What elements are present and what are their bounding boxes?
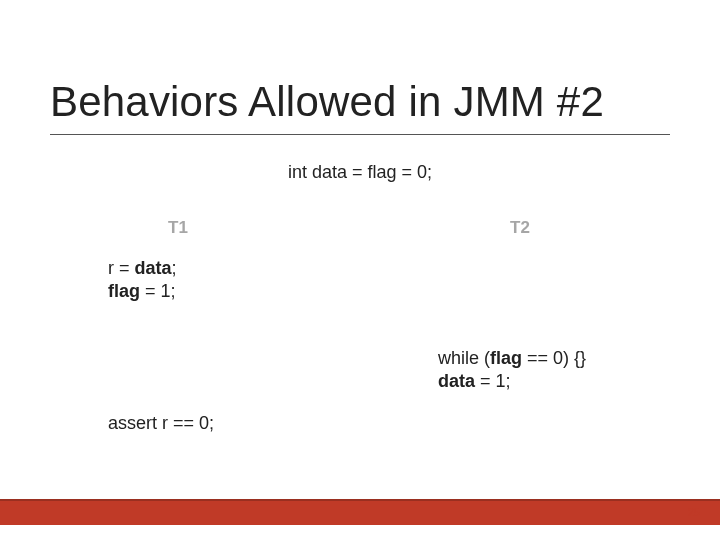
slide: Behaviors Allowed in JMM #2 int data = f… <box>0 0 720 540</box>
title-underline <box>50 134 670 135</box>
page-number: 25 <box>688 506 700 518</box>
t1-l1-c: ; <box>172 258 177 278</box>
thread2-header: T2 <box>510 218 530 238</box>
t2-l1-flag: flag <box>490 348 527 368</box>
t1-l2-b: = 1; <box>145 281 176 301</box>
thread1-header: T1 <box>168 218 188 238</box>
t1-line2: flag = 1; <box>108 280 177 303</box>
t1-line1: r = data; <box>108 257 177 280</box>
assert-code: assert r == 0; <box>108 412 214 435</box>
t2-l1-c: == 0) {} <box>527 348 586 368</box>
t2-l2-b: = 1; <box>480 371 511 391</box>
t2-line2: data = 1; <box>438 370 586 393</box>
init-code: int data = flag = 0; <box>0 162 720 183</box>
t1-l2-flag: flag <box>108 281 145 301</box>
t1-l1-data: data <box>135 258 172 278</box>
footer-band <box>0 499 720 525</box>
thread1-code: r = data; flag = 1; <box>108 257 177 303</box>
t2-line1: while (flag == 0) {} <box>438 347 586 370</box>
slide-title: Behaviors Allowed in JMM #2 <box>50 78 604 126</box>
t2-l1-a: while ( <box>438 348 490 368</box>
t1-l1-a: r = <box>108 258 135 278</box>
thread2-code: while (flag == 0) {} data = 1; <box>438 347 586 393</box>
t2-l2-data: data <box>438 371 480 391</box>
